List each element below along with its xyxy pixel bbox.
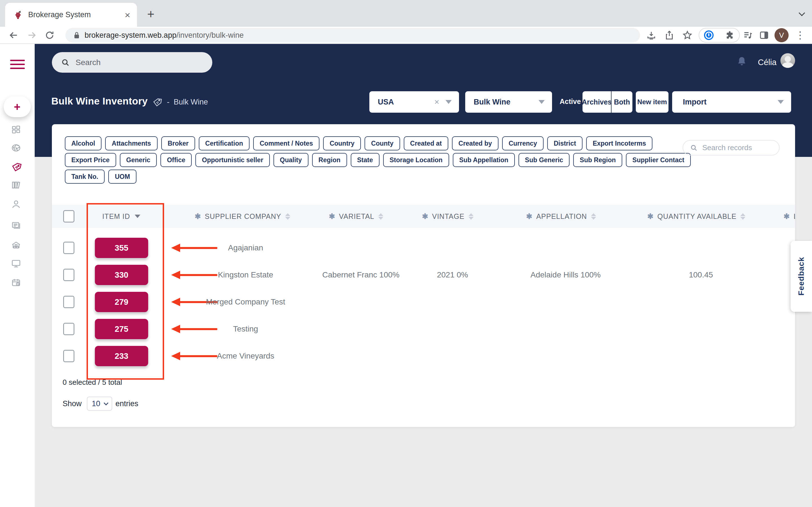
sidebar-item-library[interactable] [11, 180, 21, 190]
select-all-checkbox[interactable] [63, 210, 74, 223]
clear-filter-icon[interactable]: × [434, 97, 439, 107]
sort-icon[interactable] [378, 213, 383, 220]
url-bar[interactable]: brokerage-system.web.app/inventory/bulk-… [65, 28, 640, 43]
row-checkbox[interactable] [63, 296, 74, 308]
sort-icon[interactable] [591, 213, 596, 220]
hide-column-icon[interactable]: ✱ [526, 212, 532, 221]
feedback-label: Feedback [797, 257, 806, 295]
filter-chip-region[interactable]: Region [312, 153, 347, 167]
sort-icon[interactable] [741, 213, 746, 220]
notifications-bell-icon[interactable] [737, 56, 747, 68]
status-both-button[interactable]: Both [612, 91, 632, 113]
sidebar-item-documents[interactable] [11, 220, 21, 230]
sidebar-item-aperture[interactable] [11, 143, 21, 153]
filter-chip-uom[interactable]: UOM [108, 170, 137, 184]
row-checkbox[interactable] [63, 350, 74, 362]
forward-icon[interactable] [27, 30, 37, 40]
filter-chip-office[interactable]: Office [160, 153, 192, 167]
onepassword-icon[interactable] [703, 30, 714, 41]
hamburger-menu-icon[interactable] [10, 60, 25, 71]
user-name[interactable]: Célia [758, 58, 776, 67]
filter-chip-currency[interactable]: Currency [502, 136, 544, 151]
sort-icon[interactable] [285, 213, 290, 220]
filter-chip-county[interactable]: County [364, 136, 400, 151]
column-header-clipped[interactable]: ✱L [783, 205, 795, 228]
filter-chip-created-by[interactable]: Created by [452, 136, 499, 151]
filter-chip-country[interactable]: Country [323, 136, 361, 151]
type-filter-select[interactable]: Bulk Wine [465, 91, 552, 113]
filter-chip-sub-region[interactable]: Sub Region [573, 153, 622, 167]
hide-column-icon[interactable]: ✱ [195, 212, 201, 221]
extensions-puzzle-icon[interactable] [725, 30, 735, 40]
hide-column-icon[interactable]: ✱ [783, 212, 790, 221]
user-avatar[interactable] [780, 53, 795, 68]
row-checkbox[interactable] [63, 242, 74, 254]
filter-chip-supplier-contact[interactable]: Supplier Contact [626, 153, 691, 167]
share-icon[interactable] [664, 30, 674, 40]
hide-column-icon[interactable]: ✱ [329, 212, 335, 221]
filter-chip-generic[interactable]: Generic [120, 153, 157, 167]
filter-chip-sub-appellation[interactable]: Sub Appellation [453, 153, 515, 167]
reload-icon[interactable] [45, 30, 55, 40]
install-icon[interactable] [646, 30, 656, 40]
annotation-arrow [171, 316, 217, 342]
app-root: Search Célia Bulk Wine Inventory - Bulk … [0, 44, 812, 507]
status-active-label[interactable]: Active [560, 98, 581, 106]
back-icon[interactable] [8, 30, 18, 40]
filter-chip-created-at[interactable]: Created at [404, 136, 448, 151]
column-header-vintage[interactable]: ✱VINTAGE [422, 205, 474, 228]
sidebar-item-monitor[interactable] [11, 258, 21, 269]
hide-column-icon[interactable]: ✱ [647, 212, 654, 221]
tab-close-icon[interactable]: × [124, 10, 130, 20]
feedback-tab[interactable]: Feedback [791, 241, 812, 312]
row-checkbox[interactable] [63, 323, 74, 335]
global-search-input[interactable]: Search [52, 52, 212, 73]
media-controls-icon[interactable] [743, 30, 753, 40]
records-search-input[interactable]: Search records [682, 140, 779, 156]
filter-chip-quality[interactable]: Quality [273, 153, 308, 167]
filter-chip-comment-notes[interactable]: Comment / Notes [253, 136, 319, 151]
filter-chip-export-price[interactable]: Export Price [65, 153, 116, 167]
column-header-appellation[interactable]: ✱APPELLATION [526, 205, 596, 228]
cell-appellation: Adelaide Hills 100% [530, 262, 601, 288]
import-select[interactable]: Import [672, 91, 791, 113]
filter-chip-tank-no[interactable]: Tank No. [65, 170, 105, 184]
sidebar-item-calendar[interactable] [11, 277, 21, 288]
new-item-button[interactable]: New item [636, 91, 668, 113]
filter-chip-certification[interactable]: Certification [199, 136, 250, 151]
filter-chip-alcohol[interactable]: Alcohol [65, 136, 101, 151]
url-text: brokerage-system.web.app/inventory/bulk-… [85, 31, 244, 40]
sidebar-item-warehouse[interactable] [11, 240, 21, 250]
column-header-quantity-available[interactable]: ✱QUANTITY AVAILABLE [647, 205, 746, 228]
hide-column-icon[interactable]: ✱ [422, 212, 428, 221]
row-checkbox[interactable] [63, 269, 74, 281]
more-menu-icon[interactable]: ⋮ [795, 29, 805, 41]
filter-chip-storage-location[interactable]: Storage Location [383, 153, 449, 167]
cell-supplier-company: Acme Vineyards [217, 342, 274, 370]
tab-search-chevron-icon[interactable] [799, 10, 805, 16]
sidebar-item-dashboard[interactable] [11, 125, 21, 135]
filter-chip-opportunistic-seller[interactable]: Opportunistic seller [195, 153, 269, 167]
filter-chip-broker[interactable]: Broker [161, 136, 195, 151]
column-header-varietal[interactable]: ✱VARIETAL [329, 205, 384, 228]
sidebar-item-tags-active[interactable] [11, 162, 21, 172]
filter-chip-sub-generic[interactable]: Sub Generic [518, 153, 569, 167]
side-panel-icon[interactable] [759, 31, 769, 40]
column-label: SUPPLIER COMPANY [205, 212, 281, 221]
profile-avatar[interactable]: V [774, 28, 789, 42]
page-size-select[interactable]: 10 [87, 397, 112, 411]
new-tab-button[interactable]: + [147, 8, 154, 20]
status-archives-button[interactable]: Archives [582, 91, 612, 113]
filter-chip-attachments[interactable]: Attachments [105, 136, 157, 151]
country-filter-value: USA [378, 98, 394, 107]
browser-tab[interactable]: Brokerage System × [5, 3, 137, 27]
bookmark-star-icon[interactable] [682, 30, 693, 40]
filter-chip-state[interactable]: State [351, 153, 379, 167]
filter-chip-district[interactable]: District [547, 136, 582, 151]
filter-chip-export-incoterms[interactable]: Export Incoterms [586, 136, 652, 151]
add-plus-button[interactable]: + [4, 96, 31, 117]
sidebar-item-contacts[interactable] [11, 199, 21, 209]
country-filter-select[interactable]: USA × [369, 91, 459, 113]
column-header-supplier-company[interactable]: ✱SUPPLIER COMPANY [195, 205, 290, 228]
sort-icon[interactable] [468, 213, 473, 220]
